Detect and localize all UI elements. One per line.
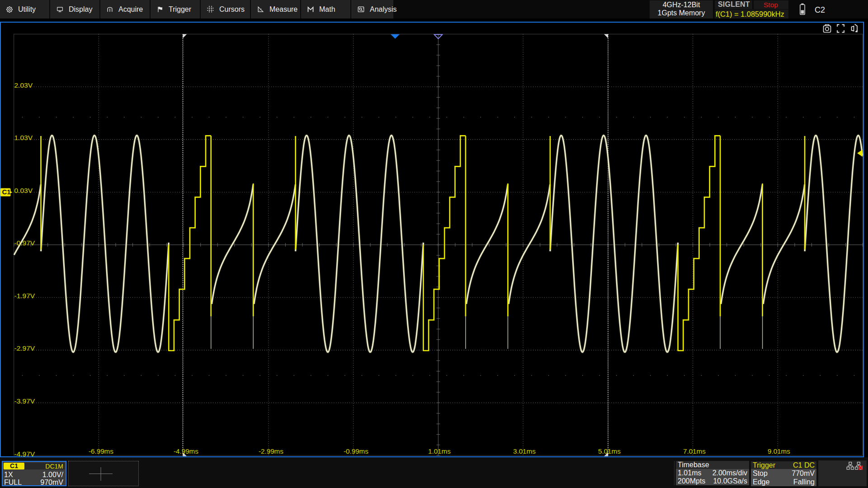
svg-text:0.03V: 0.03V: [14, 187, 33, 194]
svg-text:-3.97V: -3.97V: [14, 397, 35, 405]
svg-text:2.03V: 2.03V: [14, 81, 33, 89]
svg-text:5.01ms: 5.01ms: [598, 447, 621, 455]
svg-text:3.01ms: 3.01ms: [513, 447, 536, 455]
svg-text:-2.97V: -2.97V: [14, 344, 35, 352]
svg-text:-4.97V: -4.97V: [14, 450, 35, 457]
svg-text:-0.97V: -0.97V: [14, 239, 35, 247]
svg-text:1.03V: 1.03V: [14, 134, 33, 141]
svg-text:-6.99ms: -6.99ms: [89, 447, 113, 455]
svg-text:1.01ms: 1.01ms: [428, 447, 451, 455]
svg-text:-2.99ms: -2.99ms: [259, 447, 283, 455]
svg-text:9.01ms: 9.01ms: [768, 447, 790, 455]
svg-text:7.01ms: 7.01ms: [683, 447, 706, 455]
svg-text:-0.99ms: -0.99ms: [344, 447, 368, 455]
svg-text:C1: C1: [2, 188, 11, 196]
svg-text:-4.99ms: -4.99ms: [174, 447, 198, 455]
svg-text:-1.97V: -1.97V: [14, 292, 35, 300]
